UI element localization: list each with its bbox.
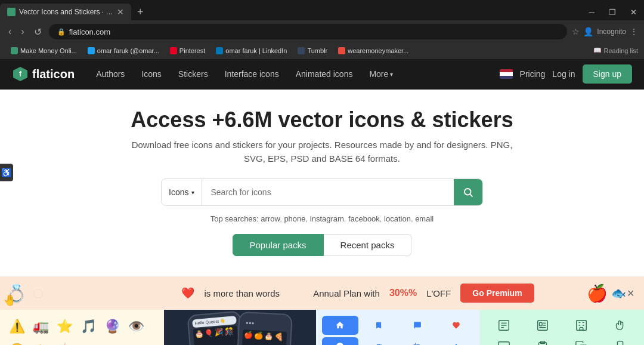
search-type-chevron-icon: ▾ [191,189,194,196]
tab-close-button[interactable]: ✕ [117,7,124,17]
promo-banner: 💍 ○ 🤚 ❤️ is more than words Annual Plan … [0,276,644,310]
ui-refresh-icon [361,337,397,345]
back-button[interactable]: ‹ [6,26,14,37]
address-bar: ‹ › ↺ 🔒 flaticon.com ☆ 👤 Incognito ⋮ [0,20,644,43]
ui-bookmark-icon [361,316,397,335]
nav-authors[interactable]: Authors [89,64,132,84]
pack-icon-music: 🎵 [78,316,99,337]
search-term-email[interactable]: email [415,214,434,223]
bookmark-label-3: Pinterest [179,47,205,54]
search-type-dropdown[interactable]: Icons ▾ [162,179,202,205]
minimize-button[interactable]: ─ [582,4,602,20]
bookmark-item-2[interactable]: omar faruk (@omar... [83,46,164,56]
pack-icon-tower: 🗼 [54,340,75,345]
outline-newspaper-icon [525,316,561,335]
bookmark-item-1[interactable]: Make Money Onli... [6,46,82,56]
reload-button[interactable]: ↺ [32,26,44,38]
pack-card-1[interactable]: ⚠️ 🚛 ⭐ 🎵 🔮 👁️ 😊 ⛅ 🗼 [0,310,164,345]
signup-button[interactable]: Sign up [583,64,632,84]
address-input[interactable]: 🔒 flaticon.com [49,24,568,39]
ui-crop-icon [400,337,436,345]
lock-icon: 🔒 [57,28,66,36]
pack-icon-purple: 🔮 [101,316,123,337]
incognito-icon: 👤 [583,27,593,36]
browser-chrome: Vector Icons and Stickers · PNG ✕ + ─ ❐ … [0,0,644,58]
promo-heart-icon: ❤️ [181,287,194,300]
hero-title: Access +6.6M vector icons & stickers [12,107,632,133]
active-tab[interactable]: Vector Icons and Stickers · PNG ✕ [0,4,131,20]
pack-card-4[interactable] [480,310,644,345]
bookmark-favicon-6 [338,47,345,54]
hero-section: Access +6.6M vector icons & stickers Dow… [0,90,644,268]
search-term-location[interactable]: location [384,214,411,223]
promo-offer-label: Annual Plan with [313,288,380,298]
recent-packs-tab[interactable]: Recent packs [324,234,412,256]
pricing-link[interactable]: Pricing [520,69,546,79]
nav-stickers[interactable]: Stickers [171,64,215,84]
language-selector[interactable] [500,69,513,79]
bookmark-label-5: Tumblr [307,47,327,54]
ui-home-icon [322,316,358,335]
accessibility-button[interactable]: ♿ [0,164,13,181]
pack-icon-truck: 🚛 [30,316,51,337]
reading-list-label: Reading list [604,47,638,54]
phone-mockup-2: ●●● 🍎 🍊 🎂 🍕 [236,312,293,345]
nav-more[interactable]: More ▾ [362,64,400,84]
nav-links: Authors Icons Stickers Interface icons A… [89,64,400,84]
reading-list-button[interactable]: 📖 Reading list [593,47,638,54]
bookmark-item-6[interactable]: wearemoneymaker... [333,46,413,56]
search-button[interactable] [454,179,482,205]
svg-point-2 [465,189,471,195]
nav-animated-icons[interactable]: Animated icons [289,64,360,84]
maximize-button[interactable]: ❐ [602,4,623,20]
ui-heart-icon [438,316,474,335]
tab-favicon [7,8,16,16]
login-button[interactable]: Log in [552,69,575,79]
nav-icons[interactable]: Icons [134,64,168,84]
logo[interactable]: f flaticon [12,66,75,82]
address-actions: ☆ 👤 Incognito ⋮ [572,27,638,36]
hero-subtitle-line2: SVG, EPS, PSD and BASE 64 formats. [244,153,400,164]
pack-card-3[interactable] [316,310,480,345]
tab-title: Vector Icons and Stickers · PNG [19,8,113,16]
go-premium-button[interactable]: Go Premium [460,284,534,303]
search-term-instagram[interactable]: instagram [310,214,344,223]
bookmark-item-3[interactable]: Pinterest [165,46,210,56]
forward-button[interactable]: › [18,26,26,37]
new-tab-button[interactable]: + [131,6,150,19]
popular-packs-tab[interactable]: Popular packs [233,234,324,256]
search-term-arrow[interactable]: arrow [261,214,280,223]
pack-icon-smiley: 😊 [6,340,27,345]
pack-tabs: Popular packs Recent packs [12,234,632,256]
hero-subtitle: Download free icons and stickers for you… [12,138,632,165]
ui-add-circle-icon [322,337,358,345]
top-searches-label: Top searches: [210,214,259,223]
promo-circle-decor: ○ [32,281,45,306]
promo-close-button[interactable]: ✕ [627,288,634,299]
bookmark-item-4[interactable]: omar faruk | LinkedIn [211,46,292,56]
search-term-phone[interactable]: phone [284,214,305,223]
bookmark-item-5[interactable]: Tumblr [293,46,332,56]
bookmark-favicon-4 [216,47,223,54]
outline-presentation-icon [486,337,522,345]
pack-icon-warning: ⚠️ [6,316,27,337]
menu-button[interactable]: ⋮ [630,27,638,36]
nav-interface-icons[interactable]: Interface icons [218,64,286,84]
logo-icon: f [12,66,29,82]
bookmark-label-6: wearemoneymaker... [348,47,408,54]
search-input[interactable] [202,187,454,197]
close-window-button[interactable]: ✕ [623,4,644,20]
logo-text: flaticon [32,67,75,81]
address-text: flaticon.com [69,27,110,36]
svg-line-3 [470,194,472,196]
search-term-facebook[interactable]: facebook [348,214,380,223]
search-box: Icons ▾ [161,178,483,206]
promo-text: is more than words [204,288,280,298]
bookmark-favicon-1 [11,47,18,54]
tab-bar: Vector Icons and Stickers · PNG ✕ + ─ ❐ … [0,0,644,20]
pack-card-2[interactable]: Hello Queest 👋 🎂 🎈 🎉 🎊 🍰 🎁 ●●● 🍎 🍊 🎂 🍕 [164,310,316,345]
promo-decor-right: 🍎 🐟 [584,276,644,310]
bookmark-star-icon[interactable]: ☆ [572,27,580,36]
svg-rect-21 [499,342,509,345]
ui-chat-icon [400,316,436,335]
